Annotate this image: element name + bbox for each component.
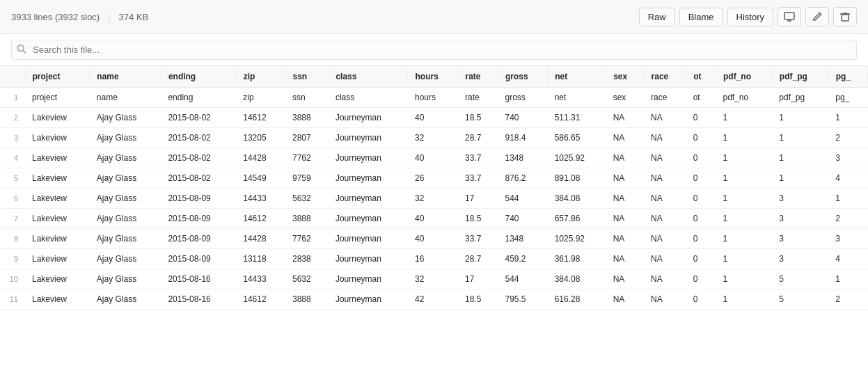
cell-col-6: Journeyman [329,269,408,289]
cell-col-2: Ajay Glass [90,289,161,310]
delete-icon-button[interactable] [833,7,857,26]
cell-col-12: NA [644,168,686,189]
cell-col-11: NA [606,128,644,148]
cell-col-12: NA [644,148,686,168]
cell-col-10: 657.86 [548,209,606,229]
cell-col-11: NA [606,229,644,249]
cell-col-1: Lakeview [25,269,90,289]
cell-col-3: 2015-08-09 [161,189,236,209]
row-number: 5 [0,168,25,189]
cell-col-9: 795.5 [498,289,547,310]
cell-col-13: 0 [686,189,716,209]
cell-col-12: NA [644,209,686,229]
cell-col-2: Ajay Glass [90,209,161,229]
display-icon-button[interactable] [778,7,801,26]
cell-col-8: 18.5 [458,209,498,229]
cell-col-12: NA [644,229,686,249]
table-row: 2LakeviewAjay Glass2015-08-02146123888Jo… [0,108,868,128]
cell-col-5: 7762 [285,229,329,249]
cell-col-9: 459.2 [498,249,547,269]
cell-col-14: 1 [716,229,773,249]
blame-button[interactable]: Blame [679,8,723,26]
cell-col-11: NA [606,249,644,269]
cell-col-16: 2 [828,289,867,310]
cell-col-16: 4 [828,249,867,269]
row-number: 8 [0,229,25,249]
search-input[interactable] [11,40,857,60]
cell-col-9: 1348 [498,148,547,168]
cell-col-9: 544 [498,269,547,289]
cell-col-2: Ajay Glass [90,249,161,269]
cell-col-2: Ajay Glass [90,229,161,249]
cell-col-8: 18.5 [458,108,498,128]
cell-col-8: 28.7 [458,249,498,269]
cell-col-4: 14549 [236,168,285,189]
cell-col-13: 0 [686,289,716,310]
cell-col-7: 40 [408,148,458,168]
cell-col-15: 3 [772,209,828,229]
svg-rect-0 [784,13,794,19]
action-buttons: Raw Blame History [639,7,857,26]
col-header-ssn: ssn [285,66,329,88]
cell-col-14: 1 [716,148,773,168]
raw-button[interactable]: Raw [639,8,675,26]
cell-col-6: Journeyman [329,289,408,310]
row-number: 11 [0,289,25,310]
cell-col-7: hours [408,88,458,108]
cell-col-1: Lakeview [25,209,90,229]
cell-col-10: net [548,88,606,108]
history-button[interactable]: History [727,8,773,26]
cell-col-16: 4 [828,168,867,189]
cell-col-3: ending [161,88,236,108]
cell-col-1: Lakeview [25,229,90,249]
cell-col-2: Ajay Glass [90,108,161,128]
cell-col-10: 616.28 [548,289,606,310]
cell-col-14: 1 [716,209,773,229]
cell-col-5: ssn [285,88,329,108]
cell-col-15: 3 [772,229,828,249]
cell-col-11: NA [606,148,644,168]
cell-col-8: 17 [458,269,498,289]
col-header-net: net [548,66,606,88]
cell-col-4: 14428 [236,148,285,168]
cell-col-15: 5 [772,289,828,310]
cell-col-7: 42 [408,289,458,310]
cell-col-1: Lakeview [25,189,90,209]
cell-col-15: 5 [772,269,828,289]
table-row: 9LakeviewAjay Glass2015-08-09131182838Jo… [0,249,868,269]
cell-col-16: 2 [828,209,867,229]
table-row: 5LakeviewAjay Glass2015-08-02145499759Jo… [0,168,868,189]
cell-col-1: Lakeview [25,108,90,128]
cell-col-9: 740 [498,209,547,229]
cell-col-10: 1025.92 [548,148,606,168]
col-header-gross: gross [498,66,547,88]
table-row: 10LakeviewAjay Glass2015-08-16144335632J… [0,269,868,289]
cell-col-10: 1025.92 [548,229,606,249]
cell-col-8: rate [458,88,498,108]
col-header-hours: hours [408,66,458,88]
table-row: 11LakeviewAjay Glass2015-08-16146123888J… [0,289,868,310]
edit-icon-button[interactable] [805,7,829,26]
table-row: 8LakeviewAjay Glass2015-08-09144287762Jo… [0,229,868,249]
cell-col-6: Journeyman [329,189,408,209]
cell-col-14: 1 [716,269,773,289]
table-row: 1projectnameendingzipssnclasshoursrategr… [0,88,868,108]
cell-col-3: 2015-08-02 [161,148,236,168]
cell-col-12: NA [644,269,686,289]
search-bar [0,34,868,66]
cell-col-1: Lakeview [25,289,90,310]
display-icon [784,11,795,22]
col-header-pdf-pg: pdf_pg [772,66,828,88]
cell-col-8: 17 [458,189,498,209]
cell-col-15: 3 [772,189,828,209]
cell-col-13: 0 [686,209,716,229]
cell-col-2: name [90,88,161,108]
cell-col-15: 1 [772,128,828,148]
cell-col-13: ot [686,88,716,108]
cell-col-7: 32 [408,128,458,148]
trash-icon [839,11,851,22]
col-header-sex: sex [606,66,644,88]
cell-col-10: 586.65 [548,128,606,148]
cell-col-6: Journeyman [329,108,408,128]
cell-col-16: pg_ [828,88,867,108]
